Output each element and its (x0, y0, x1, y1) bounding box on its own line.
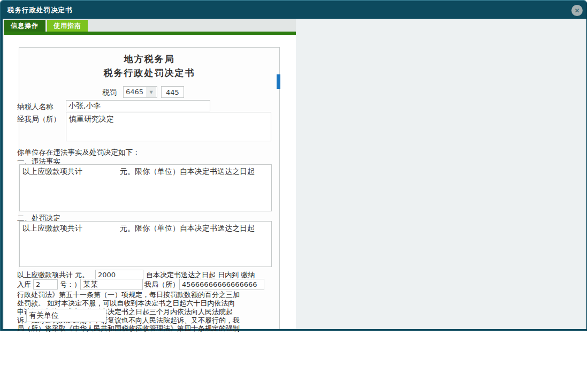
violation-facts-textarea[interactable]: 以上应缴款项共计 元。限你（单位）自本决定书送达之日起 日内到 (19, 164, 272, 211)
unit-input[interactable] (26, 309, 106, 322)
footer-line1-left: 以上应缴款项共计 元。 (17, 270, 89, 280)
chevron-down-icon[interactable]: ▼ (146, 87, 156, 97)
bureau-textarea[interactable]: 慎重研究决定 (66, 112, 271, 141)
penalty-decision-textarea[interactable]: 以上应缴款项共计 元。限你（单位）自本决定书送达之日起 日内到 (19, 221, 272, 267)
tab-user-guide[interactable]: 使用指南 (47, 20, 88, 32)
tab-underline-strip (4, 32, 296, 35)
payee-input[interactable] (80, 279, 143, 290)
doc-no-select-value: 6465 (126, 88, 146, 96)
taxpayer-label: 纳税人名称 (17, 102, 54, 112)
footer-line2-a: 入库 (17, 280, 31, 290)
form-heading-bureau: 地方税务局 (19, 53, 280, 65)
account-input[interactable] (179, 279, 264, 290)
dialog-title: 税务行政处罚决定书 (7, 6, 73, 15)
form-heading-title: 税务行政处罚决定书 (19, 67, 280, 79)
bureau-label: 经我局（所） (17, 115, 60, 124)
doc-no-select[interactable]: 6465 ▼ (123, 86, 157, 98)
close-icon[interactable]: ✕ (571, 5, 583, 16)
footer-line7: 局（所）将采取《中华人民共和国税收征收管理法》第四十条规定的强制 (17, 324, 240, 333)
page: 税务行政处罚决定书 ✕ 信息操作 使用指南 地方税务局 税务行政处罚决定书 税罚… (0, 0, 588, 373)
dialog-window: 税务行政处罚决定书 ✕ 信息操作 使用指南 地方税务局 税务行政处罚决定书 税罚… (0, 0, 587, 331)
intro-text: 你单位存在违法事实及处罚决定如下： (17, 148, 140, 157)
number-input[interactable] (33, 279, 58, 290)
taxpayer-input[interactable] (66, 100, 210, 111)
doc-no-input[interactable] (161, 86, 184, 98)
tab-info-operation[interactable]: 信息操作 (4, 20, 45, 32)
